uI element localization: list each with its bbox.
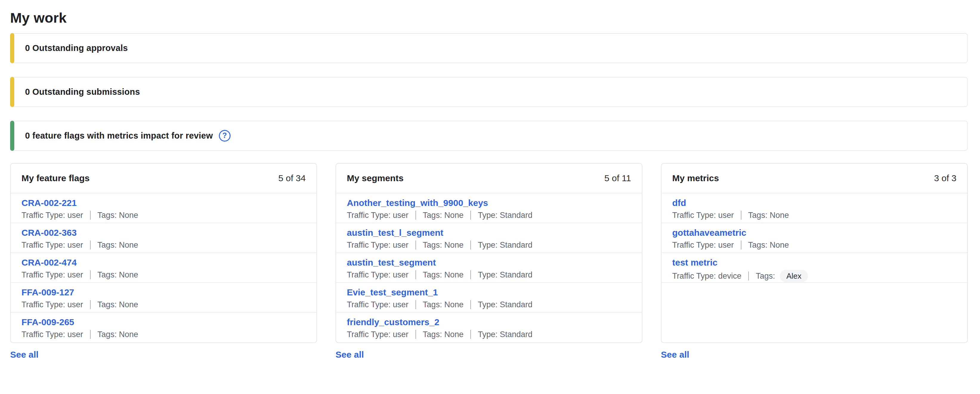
card-count: 5 of 34: [278, 173, 306, 183]
alert-banner: 0 Outstanding submissions: [10, 77, 968, 107]
tag-chip: Alex: [780, 270, 808, 282]
list-item: FFA-009-265Traffic Type: userTags: None: [11, 313, 317, 342]
see-all-link-my-segments[interactable]: See all: [336, 350, 364, 360]
meta-divider: [470, 240, 471, 249]
item-link[interactable]: austin_test_segment: [347, 257, 436, 268]
item-meta: Traffic Type: userTags: None: [21, 270, 306, 280]
meta-text: Traffic Type: user: [347, 300, 409, 310]
item-link[interactable]: friendly_customers_2: [347, 316, 439, 328]
item-link[interactable]: FFA-009-265: [21, 316, 74, 328]
meta-text: Traffic Type: user: [21, 210, 83, 220]
item-link[interactable]: Evie_test_segment_1: [347, 287, 438, 298]
card-count: 3 of 3: [934, 173, 956, 183]
meta-text: Tags: None: [423, 240, 464, 250]
meta-text: Tags: None: [748, 210, 789, 220]
list-item: austin_test_segmentTraffic Type: userTag…: [336, 253, 642, 283]
meta-divider: [90, 300, 91, 309]
meta-text: Type: Standard: [478, 329, 532, 340]
meta-text: Traffic Type: user: [21, 329, 83, 340]
meta-divider: [90, 330, 91, 339]
meta-text: Tags:: [756, 271, 775, 281]
page-title: My work: [10, 10, 968, 26]
card-column-my-segments: My segments5 of 11Another_testing_with_9…: [336, 163, 643, 360]
item-meta: Traffic Type: userTags: None: [21, 300, 306, 310]
list-item: austin_test_l_segmentTraffic Type: userT…: [336, 223, 642, 253]
meta-divider: [470, 211, 471, 220]
card-title: My metrics: [672, 173, 719, 183]
card-title: My segments: [347, 173, 404, 183]
question-mark-circle-icon[interactable]: ?: [219, 130, 231, 141]
list-item: Another_testing_with_9900_keysTraffic Ty…: [336, 194, 642, 223]
meta-text: Traffic Type: user: [672, 210, 734, 220]
banner-accent-bar: [10, 77, 14, 107]
item-meta: Traffic Type: userTags: NoneType: Standa…: [347, 300, 631, 310]
meta-text: Type: Standard: [478, 210, 532, 220]
list-item: test metricTraffic Type: deviceTags:Alex: [662, 253, 967, 283]
item-meta: Traffic Type: userTags: NoneType: Standa…: [347, 329, 631, 340]
card-my-segments: My segments5 of 11Another_testing_with_9…: [336, 163, 643, 343]
card-column-my-feature-flags: My feature flags5 of 34CRA-002-221Traffi…: [10, 163, 317, 360]
meta-text: Tags: None: [423, 270, 464, 280]
meta-divider: [470, 330, 471, 339]
meta-text: Traffic Type: user: [672, 240, 734, 250]
meta-divider: [741, 240, 741, 249]
meta-divider: [90, 270, 91, 279]
item-meta: Traffic Type: userTags: NoneType: Standa…: [347, 240, 631, 250]
item-link[interactable]: austin_test_l_segment: [347, 227, 443, 238]
meta-text: Traffic Type: user: [21, 300, 83, 310]
meta-text: Traffic Type: user: [347, 210, 409, 220]
list-item: friendly_customers_2Traffic Type: userTa…: [336, 313, 642, 342]
meta-text: Traffic Type: user: [347, 270, 409, 280]
meta-text: Type: Standard: [478, 240, 532, 250]
card-header: My feature flags5 of 34: [11, 164, 317, 194]
meta-text: Tags: None: [423, 210, 464, 220]
banner-text: 0 Outstanding submissions: [25, 87, 140, 97]
list-item: dfdTraffic Type: userTags: None: [662, 194, 967, 223]
alert-banner: 0 feature flags with metrics impact for …: [10, 121, 968, 151]
item-link[interactable]: Another_testing_with_9900_keys: [347, 197, 488, 209]
item-link[interactable]: CRA-002-221: [21, 197, 76, 209]
meta-divider: [415, 330, 416, 339]
meta-text: Tags: None: [97, 270, 138, 280]
item-meta: Traffic Type: userTags: NoneType: Standa…: [347, 210, 631, 220]
meta-text: Tags: None: [423, 300, 464, 310]
item-link[interactable]: gottahaveametric: [672, 227, 746, 238]
card-header: My metrics3 of 3: [662, 164, 967, 194]
card-header: My segments5 of 11: [336, 164, 642, 194]
meta-text: Tags: None: [423, 329, 464, 340]
item-meta: Traffic Type: userTags: None: [21, 329, 306, 340]
list-item: gottahaveametricTraffic Type: userTags: …: [662, 223, 967, 253]
item-link[interactable]: dfd: [672, 197, 686, 209]
item-link[interactable]: CRA-002-363: [21, 227, 76, 238]
meta-text: Tags: None: [97, 300, 138, 310]
meta-divider: [415, 270, 416, 279]
meta-divider: [415, 211, 416, 220]
item-link[interactable]: CRA-002-474: [21, 257, 76, 268]
card-count: 5 of 11: [604, 173, 631, 183]
my-work-page: My work 0 Outstanding approvals0 Outstan…: [0, 0, 980, 360]
meta-text: Tags: None: [97, 210, 138, 220]
item-meta: Traffic Type: userTags: None: [21, 240, 306, 250]
item-meta: Traffic Type: userTags: None: [672, 240, 956, 250]
item-meta: Traffic Type: userTags: None: [21, 210, 306, 220]
meta-text: Traffic Type: user: [21, 240, 83, 250]
alert-banner: 0 Outstanding approvals: [10, 33, 968, 63]
item-link[interactable]: FFA-009-127: [21, 287, 74, 298]
meta-text: Type: Standard: [478, 300, 532, 310]
list-item: CRA-002-221Traffic Type: userTags: None: [11, 194, 317, 223]
meta-divider: [415, 240, 416, 249]
see-all-link-my-metrics[interactable]: See all: [661, 350, 689, 360]
banner-text: 0 feature flags with metrics impact for …: [25, 131, 213, 141]
meta-divider: [470, 270, 471, 279]
meta-divider: [415, 300, 416, 309]
meta-divider: [748, 272, 749, 280]
meta-divider: [741, 211, 741, 220]
meta-text: Traffic Type: device: [672, 271, 741, 281]
see-all-link-my-feature-flags[interactable]: See all: [10, 350, 38, 360]
list-item: CRA-002-474Traffic Type: userTags: None: [11, 253, 317, 283]
meta-text: Traffic Type: user: [21, 270, 83, 280]
card-my-metrics: My metrics3 of 3dfdTraffic Type: userTag…: [661, 163, 968, 343]
list-item: Evie_test_segment_1Traffic Type: userTag…: [336, 283, 642, 313]
item-link[interactable]: test metric: [672, 257, 718, 268]
item-meta: Traffic Type: userTags: NoneType: Standa…: [347, 270, 631, 280]
